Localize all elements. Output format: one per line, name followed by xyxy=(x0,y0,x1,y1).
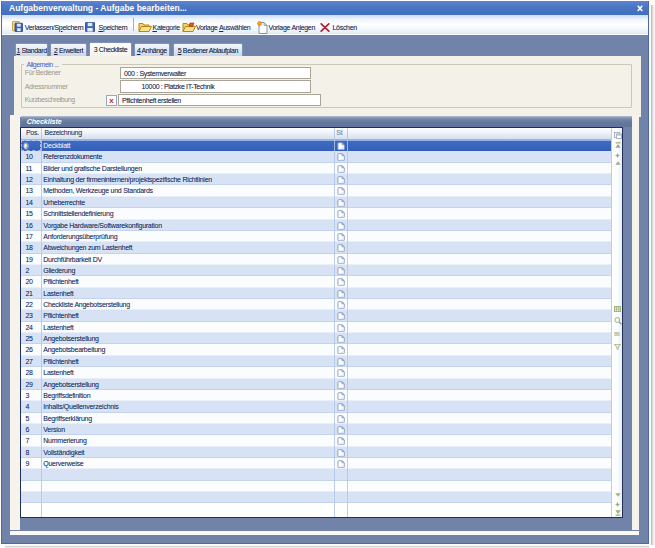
svg-text:86: 86 xyxy=(614,331,621,337)
